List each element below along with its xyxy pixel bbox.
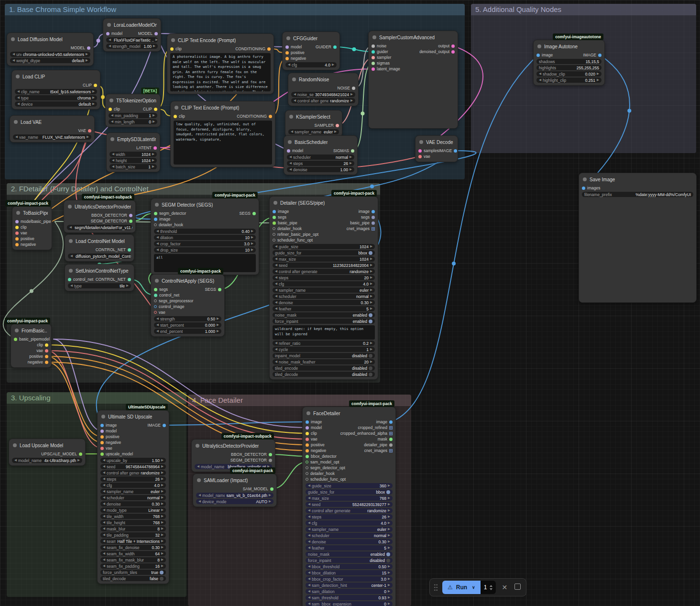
- increment-arrow-icon[interactable]: ▶: [251, 236, 253, 239]
- model-name-widget[interactable]: ◀model_namesam_vit_b_01ec64.pth▶: [196, 493, 273, 498]
- node-latent[interactable]: EmptySD3LatentImageLATENT◀width1024▶◀hei…: [106, 132, 160, 172]
- vae-port[interactable]: [306, 438, 309, 441]
- batch-size-widget[interactable]: ◀batch_size1▶: [109, 164, 157, 169]
- increment-arrow-icon[interactable]: ▶: [388, 590, 390, 593]
- collapse-icon[interactable]: [171, 38, 175, 42]
- sam-threshold-widget[interactable]: ◀sam_threshold0.93▶: [306, 595, 393, 600]
- sigmas-port[interactable]: [372, 62, 375, 65]
- sampler-port[interactable]: [336, 124, 339, 127]
- clip-port[interactable]: [45, 343, 48, 347]
- seed-widget[interactable]: ◀seed552482293139277▶: [306, 502, 393, 507]
- increment-arrow-icon[interactable]: ▶: [217, 330, 219, 333]
- vae-port[interactable]: [154, 311, 157, 314]
- increment-arrow-icon[interactable]: ▶: [161, 521, 164, 524]
- increment-arrow-icon[interactable]: ▶: [334, 130, 337, 133]
- basic-pipe-port[interactable]: [273, 221, 276, 225]
- scheduler-func-opt-port[interactable]: [306, 478, 308, 481]
- type-widget[interactable]: ◀typechroma▶: [15, 95, 97, 100]
- model-port[interactable]: [100, 430, 104, 433]
- decrement-icon[interactable]: [490, 588, 492, 590]
- cnet-images-port[interactable]: [389, 449, 393, 452]
- sampler-name-widget[interactable]: ◀sampler_nameeuler▶: [288, 129, 339, 134]
- segm-detector-port[interactable]: [154, 212, 157, 215]
- tiled-decode-widget[interactable]: tiled_decodedisabled: [273, 372, 375, 377]
- decrement-arrow-icon[interactable]: ◀: [103, 564, 105, 568]
- collapse-icon[interactable]: [372, 35, 376, 39]
- denoise-widget[interactable]: ◀denoise0.30▶: [306, 539, 393, 544]
- upscale-by-widget[interactable]: ◀upscale_by1.50▶: [100, 458, 166, 463]
- decrement-arrow-icon[interactable]: ◀: [308, 534, 310, 537]
- positive-port[interactable]: [15, 237, 19, 241]
- control-net-port[interactable]: [68, 278, 71, 281]
- collapse-icon[interactable]: [69, 239, 73, 243]
- steps-widget[interactable]: ◀steps26▶: [287, 161, 354, 166]
- images-port[interactable]: [582, 187, 585, 190]
- node-tbp[interactable]: comfyui-impact-packToBasicPipemodelbasic…: [12, 206, 52, 250]
- node-ksel[interactable]: KSamplerSelectSAMPLER◀sampler_nameeuler▶: [285, 110, 342, 137]
- increment-arrow-icon[interactable]: ▶: [388, 521, 390, 525]
- increment-arrow-icon[interactable]: ▶: [161, 527, 164, 530]
- increment-arrow-icon[interactable]: ▶: [370, 360, 372, 364]
- decrement-arrow-icon[interactable]: ◀: [103, 508, 105, 512]
- decrement-arrow-icon[interactable]: ◀: [112, 165, 114, 168]
- denoised-output-port[interactable]: [451, 50, 455, 54]
- control-net-port[interactable]: [128, 248, 131, 252]
- node-noise[interactable]: RandomNoiseNOISE◀noise_seed3074934684210…: [288, 73, 359, 106]
- increment-arrow-icon[interactable]: ▶: [86, 59, 88, 62]
- increment-arrow-icon[interactable]: ▶: [350, 162, 352, 165]
- decrement-arrow-icon[interactable]: ◀: [103, 477, 105, 481]
- min-length-widget[interactable]: ◀min_length0▶: [109, 119, 157, 124]
- decrement-arrow-icon[interactable]: ◀: [539, 72, 541, 76]
- seed-widget[interactable]: ◀seed967458444788964▶: [100, 464, 166, 469]
- increment-arrow-icon[interactable]: ▶: [370, 264, 372, 267]
- cropped-refined-port[interactable]: [389, 426, 393, 430]
- text-area-widget[interactable]: A photorealistic image. A big anthro fur…: [170, 53, 271, 91]
- image-port[interactable]: [372, 210, 375, 213]
- toggle-icon[interactable]: [386, 559, 390, 562]
- node-cfg[interactable]: CFGGuidermodelGUIDERpositivenegative◀cfg…: [282, 32, 340, 70]
- cnet-images-port[interactable]: [372, 227, 375, 231]
- collapse-icon[interactable]: [306, 411, 310, 415]
- value-widget[interactable]: ◀segm/fdetailerAdetailerFor_v11.pt▶: [67, 225, 132, 230]
- toggle-icon[interactable]: [160, 577, 164, 581]
- clip-port[interactable]: [15, 226, 19, 229]
- guide-size-for-widget[interactable]: guide_size_forbbox: [306, 489, 393, 495]
- decrement-arrow-icon[interactable]: ◀: [275, 257, 277, 261]
- collapse-icon[interactable]: [289, 115, 293, 119]
- feather-widget[interactable]: ◀feather5▶: [273, 306, 375, 311]
- increment-arrow-icon[interactable]: ▶: [370, 257, 372, 261]
- decrement-arrow-icon[interactable]: ◀: [103, 496, 105, 499]
- strength-widget[interactable]: ◀strength0.50▶: [154, 316, 221, 321]
- control-after-generate-widget[interactable]: ◀control after generaterandomize▶: [306, 508, 393, 513]
- mask-blur-widget[interactable]: ◀mask_blur8▶: [100, 526, 166, 531]
- positive-port[interactable]: [100, 435, 104, 439]
- positive-port[interactable]: [45, 355, 48, 358]
- decrement-arrow-icon[interactable]: ◀: [111, 120, 113, 123]
- decrement-arrow-icon[interactable]: ◀: [308, 546, 310, 550]
- bbox-dilation-widget[interactable]: ◀bbox_dilation15▶: [306, 570, 393, 575]
- image-port[interactable]: [389, 420, 393, 424]
- steps-widget[interactable]: ◀steps20▶: [273, 275, 375, 280]
- control-after-generate-widget[interactable]: ◀control after generaterandomize▶: [100, 470, 166, 475]
- node-save[interactable]: Save Imageimagesfilename_prefix%date:yyy…: [579, 173, 697, 303]
- decrement-arrow-icon[interactable]: ◀: [308, 521, 310, 525]
- collapse-icon[interactable]: [292, 77, 296, 81]
- collapse-icon[interactable]: [197, 478, 201, 482]
- bbox-detector-port[interactable]: [129, 214, 132, 217]
- type-widget[interactable]: ◀typetile▶: [68, 283, 131, 288]
- tiled-encode-widget[interactable]: tiled_encodedisabled: [273, 365, 375, 371]
- increment-arrow-icon[interactable]: ▶: [161, 564, 164, 568]
- detailer-pipe-port[interactable]: [389, 443, 393, 447]
- steps-widget[interactable]: ◀steps26▶: [306, 514, 393, 519]
- seam-fix-width-widget[interactable]: ◀seam_fix_width64▶: [100, 551, 166, 556]
- decrement-arrow-icon[interactable]: ◀: [103, 490, 105, 493]
- model-port[interactable]: [287, 149, 290, 153]
- sam-detection-hint-widget[interactable]: ◀sam_detection_hintcenter-1▶: [306, 583, 393, 588]
- start-percent-widget[interactable]: ◀start_percent0.000▶: [154, 322, 221, 328]
- strength-model-widget[interactable]: ◀strength_model1.00▶: [106, 44, 158, 49]
- increment-arrow-icon[interactable]: ▶: [152, 165, 154, 168]
- detailer-hook-port[interactable]: [306, 472, 308, 475]
- increment-arrow-icon[interactable]: ▶: [350, 155, 352, 159]
- increment-arrow-icon[interactable]: ▶: [161, 515, 164, 518]
- increment-arrow-icon[interactable]: ▶: [388, 515, 390, 518]
